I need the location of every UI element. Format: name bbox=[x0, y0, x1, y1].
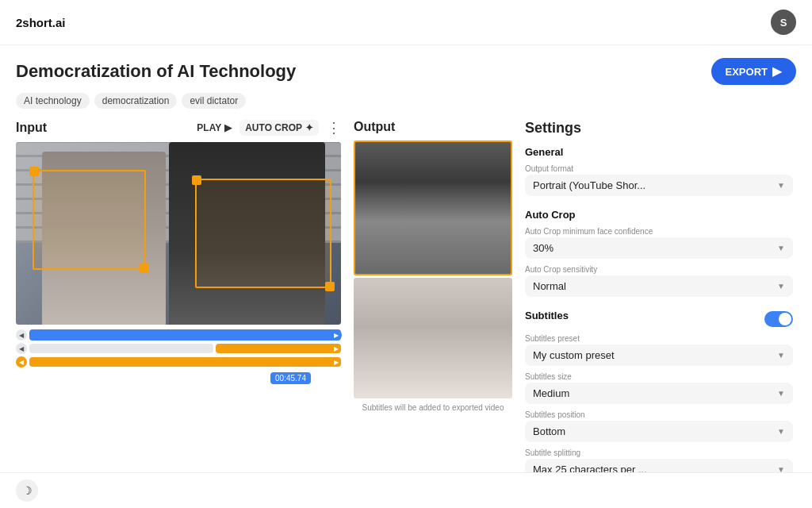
play-button[interactable]: PLAY ▶ bbox=[197, 122, 232, 133]
crop-box-person-2[interactable] bbox=[195, 179, 331, 288]
export-arrow-icon: ▶ bbox=[772, 64, 782, 79]
timeline-left-arrow-3[interactable]: ◀ bbox=[16, 356, 27, 368]
tag-evil: evil dictator bbox=[182, 93, 246, 109]
video-player[interactable] bbox=[16, 142, 341, 325]
output-section: Output Subtitles will be added to export… bbox=[354, 120, 512, 472]
subtitles-toggle[interactable] bbox=[764, 311, 793, 327]
output-person-sam bbox=[354, 278, 512, 398]
sensitivity-value: Normal bbox=[533, 280, 566, 292]
header: 2short.ai S bbox=[0, 0, 812, 45]
play-icon: ▶ bbox=[224, 122, 232, 133]
subtitles-size-value: Medium bbox=[533, 387, 569, 399]
title-row: Democratization of AI Technology EXPORT … bbox=[16, 58, 796, 85]
theme-toggle-button[interactable]: ☽ bbox=[16, 479, 38, 502]
timeline-row-1: ◀ ▶ bbox=[16, 329, 341, 341]
general-group-title: General bbox=[525, 146, 793, 158]
crop-handle-tl[interactable] bbox=[29, 167, 39, 176]
more-options-button[interactable]: ⋮ bbox=[327, 121, 341, 135]
subtitles-size-label: Subtitles size bbox=[525, 372, 793, 381]
min-face-chevron: ▼ bbox=[777, 244, 785, 252]
subtitles-preset-value: My custom preset bbox=[533, 349, 615, 361]
input-section: Input PLAY ▶ AUTO CROP ✦ ⋮ bbox=[16, 120, 341, 472]
subtitles-position-wrapper: Subtitles position Bottom ▼ bbox=[525, 410, 793, 442]
subtitles-position-label: Subtitles position bbox=[525, 410, 793, 419]
subtitles-group-title: Subtitles bbox=[525, 310, 569, 321]
autocrop-group-title: Auto Crop bbox=[525, 209, 793, 221]
output-title: Output bbox=[354, 120, 395, 134]
sensitivity-chevron: ▼ bbox=[777, 282, 785, 291]
subtitles-splitting-value: Max 25 characters per ... bbox=[533, 464, 647, 472]
subtitles-preset-select[interactable]: My custom preset ▼ bbox=[525, 344, 793, 366]
sensitivity-wrapper: Auto Crop sensitivity Normal ▼ bbox=[525, 265, 793, 297]
subtitles-size-wrapper: Subtitles size Medium ▼ bbox=[525, 372, 793, 404]
subtitles-size-chevron: ▼ bbox=[777, 389, 785, 398]
bottom-bar: ☽ bbox=[0, 472, 812, 508]
subtitles-splitting-wrapper: Subtitle splitting Max 25 characters per… bbox=[525, 448, 793, 472]
timeline-bar-orange-2[interactable]: ▶ bbox=[29, 357, 341, 367]
output-format-label: Output format bbox=[525, 164, 793, 173]
crop-handle-tl-2[interactable] bbox=[192, 175, 201, 185]
video-background bbox=[16, 142, 341, 325]
settings-group-subtitles: Subtitles Subtitles preset My custom pre… bbox=[525, 310, 793, 472]
min-face-select[interactable]: 30% ▼ bbox=[525, 237, 793, 259]
avatar[interactable]: S bbox=[771, 10, 796, 35]
timeline-bar-blue[interactable]: ▶ bbox=[29, 329, 341, 341]
subtitles-splitting-select[interactable]: Max 25 characters per ... ▼ bbox=[525, 459, 793, 472]
logo: 2short.ai bbox=[16, 16, 66, 29]
tag-democratization: democratization bbox=[94, 93, 178, 109]
settings-group-autocrop: Auto Crop Auto Crop minimum face confide… bbox=[525, 209, 793, 297]
settings-title: Settings bbox=[525, 120, 793, 137]
subtitles-preset-chevron: ▼ bbox=[777, 351, 785, 360]
output-frame-bottom bbox=[354, 278, 512, 398]
wand-icon: ✦ bbox=[305, 122, 313, 133]
input-header: Input PLAY ▶ AUTO CROP ✦ ⋮ bbox=[16, 120, 341, 136]
crop-handle-br-2[interactable] bbox=[325, 282, 335, 291]
tags-row: AI technology democratization evil dicta… bbox=[16, 93, 796, 109]
subtitles-preset-wrapper: Subtitles preset My custom preset ▼ bbox=[525, 334, 793, 366]
sensitivity-select[interactable]: Normal ▼ bbox=[525, 275, 793, 297]
settings-group-general: General Output format Portrait (YouTube … bbox=[525, 146, 793, 196]
subtitles-size-select[interactable]: Medium ▼ bbox=[525, 383, 793, 404]
output-format-wrapper: Output format Portrait (YouTube Shor... … bbox=[525, 164, 793, 196]
subtitles-position-value: Bottom bbox=[533, 425, 565, 437]
subtitles-preset-label: Subtitles preset bbox=[525, 334, 793, 343]
timeline-row-2: ◀ ▶ bbox=[16, 343, 341, 354]
subtitles-position-select[interactable]: Bottom ▼ bbox=[525, 421, 793, 442]
timestamp: 00:45.74 bbox=[270, 372, 311, 384]
timeline-left-arrow-2[interactable]: ◀ bbox=[16, 343, 27, 354]
timeline-bar-gray bbox=[29, 344, 213, 353]
crop-handle-br[interactable] bbox=[140, 264, 149, 273]
settings-panel: Settings General Output format Portrait … bbox=[525, 120, 796, 472]
output-frame-top bbox=[354, 140, 512, 275]
subtitles-position-chevron: ▼ bbox=[777, 427, 785, 436]
output-person-elon bbox=[355, 142, 511, 274]
subtitles-splitting-label: Subtitle splitting bbox=[525, 448, 793, 457]
input-title: Input bbox=[16, 121, 47, 135]
subtitles-splitting-chevron: ▼ bbox=[777, 465, 785, 472]
auto-crop-button[interactable]: AUTO CROP ✦ bbox=[239, 120, 319, 136]
toggle-thumb bbox=[779, 313, 791, 325]
crop-box-person-1[interactable] bbox=[33, 170, 147, 271]
output-header: Output bbox=[354, 120, 512, 134]
output-format-select[interactable]: Portrait (YouTube Shor... ▼ bbox=[525, 175, 793, 196]
output-subtitle-note: Subtitles will be added to exported vide… bbox=[354, 403, 512, 412]
timestamp-container: 00:45.74 bbox=[16, 371, 341, 384]
timeline: ◀ ▶ ◀ ▶ ◀ bbox=[16, 329, 341, 384]
content-area: Input PLAY ▶ AUTO CROP ✦ ⋮ bbox=[16, 120, 796, 472]
output-format-chevron: ▼ bbox=[777, 181, 785, 190]
subtitles-header: Subtitles bbox=[525, 310, 793, 328]
output-format-value: Portrait (YouTube Shor... bbox=[533, 179, 645, 191]
min-face-wrapper: Auto Crop minimum face confidence 30% ▼ bbox=[525, 227, 793, 259]
min-face-value: 30% bbox=[533, 242, 553, 254]
timeline-row-3: ◀ ▶ bbox=[16, 356, 341, 368]
timeline-bar-orange[interactable]: ▶ bbox=[216, 344, 341, 353]
page-title: Democratization of AI Technology bbox=[16, 61, 296, 82]
tag-ai: AI technology bbox=[16, 93, 90, 109]
input-toolbar: PLAY ▶ AUTO CROP ✦ ⋮ bbox=[197, 120, 341, 136]
timeline-left-arrow-1[interactable]: ◀ bbox=[16, 329, 27, 341]
timeline-right-handle-1[interactable]: ▶ bbox=[331, 329, 342, 341]
sensitivity-label: Auto Crop sensitivity bbox=[525, 265, 793, 274]
main-content: Democratization of AI Technology EXPORT … bbox=[0, 45, 812, 472]
export-button[interactable]: EXPORT ▶ bbox=[711, 58, 796, 85]
min-face-label: Auto Crop minimum face confidence bbox=[525, 227, 793, 236]
